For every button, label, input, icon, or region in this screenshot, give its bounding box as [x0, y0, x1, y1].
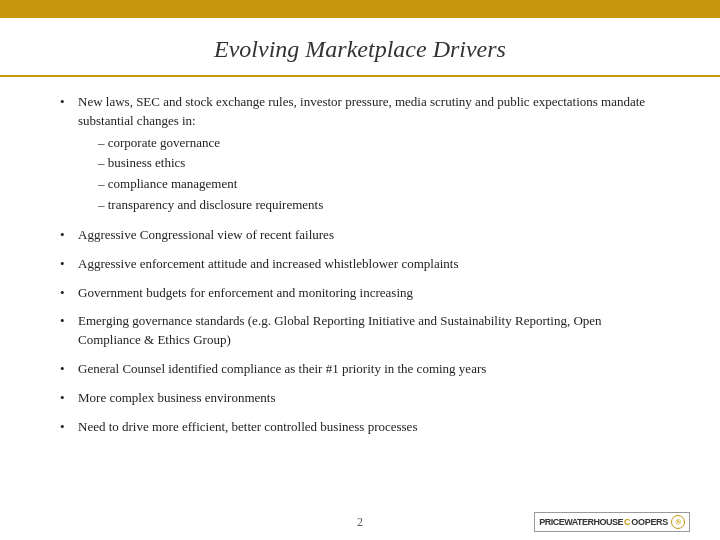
pwc-registered-icon: ®: [671, 515, 685, 529]
bullet-dot: •: [60, 226, 78, 245]
bullet-dot: •: [60, 312, 78, 331]
bullet-item-6: •General Counsel identified compliance a…: [60, 360, 660, 379]
title-section: Evolving Marketplace Drivers: [0, 18, 720, 77]
logo-area: PRICEWATERHOUSECOOPERS ®: [534, 512, 690, 532]
bullet-text-6: General Counsel identified compliance as…: [78, 360, 660, 379]
bullet-text-3: Aggressive enforcement attitude and incr…: [78, 255, 660, 274]
bullet-dot: •: [60, 255, 78, 274]
bullet-text-1: New laws, SEC and stock exchange rules, …: [78, 93, 660, 216]
bullet-dot: •: [60, 284, 78, 303]
bullet-text-8: Need to drive more efficient, better con…: [78, 418, 660, 437]
bullet-dot: •: [60, 418, 78, 437]
bullet-item-5: •Emerging governance standards (e.g. Glo…: [60, 312, 660, 350]
bullet-dot: •: [60, 360, 78, 379]
sub-item-1-3: – compliance management: [98, 174, 660, 195]
bullet-text-4: Government budgets for enforcement and m…: [78, 284, 660, 303]
bullet-text-5: Emerging governance standards (e.g. Glob…: [78, 312, 660, 350]
bullet-text-2: Aggressive Congressional view of recent …: [78, 226, 660, 245]
pwc-logo: PRICEWATERHOUSECOOPERS ®: [534, 512, 690, 532]
sub-item-1-2: – business ethics: [98, 153, 660, 174]
page-title: Evolving Marketplace Drivers: [60, 36, 660, 63]
bullet-item-7: •More complex business environments: [60, 389, 660, 408]
bullet-item-2: •Aggressive Congressional view of recent…: [60, 226, 660, 245]
bullet-item-4: •Government budgets for enforcement and …: [60, 284, 660, 303]
content-area: •New laws, SEC and stock exchange rules,…: [0, 77, 720, 457]
sub-item-1-4: – transparency and disclosure requiremen…: [98, 195, 660, 216]
bullet-item-3: •Aggressive enforcement attitude and inc…: [60, 255, 660, 274]
bullet-item-1: •New laws, SEC and stock exchange rules,…: [60, 93, 660, 216]
bullet-item-8: •Need to drive more efficient, better co…: [60, 418, 660, 437]
sub-list-1: – corporate governance– business ethics–…: [98, 133, 660, 216]
bullet-dot: •: [60, 93, 78, 112]
sub-item-1-1: – corporate governance: [98, 133, 660, 154]
page-number: 2: [357, 515, 363, 530]
bullet-dot: •: [60, 389, 78, 408]
top-bar: [0, 0, 720, 18]
bullet-text-7: More complex business environments: [78, 389, 660, 408]
